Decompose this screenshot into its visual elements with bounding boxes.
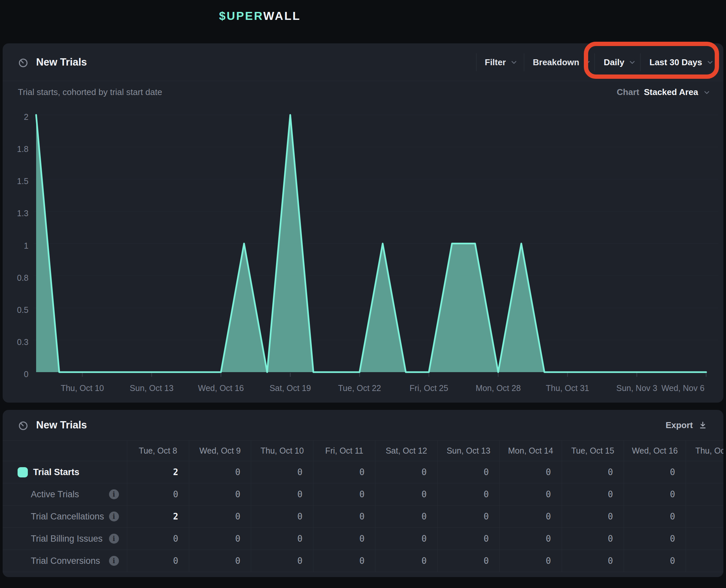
y-axis-label: 1 bbox=[3, 241, 28, 250]
y-axis-label: 0.8 bbox=[3, 273, 28, 282]
table-cell: 0 bbox=[624, 483, 686, 506]
table-column-header: Mon, Oct 14 bbox=[500, 441, 562, 461]
y-axis-label: 2 bbox=[3, 112, 28, 122]
table-header-row: Tue, Oct 8Wed, Oct 9Thu, Oct 10Fri, Oct … bbox=[3, 441, 723, 461]
table-cell: 0 bbox=[376, 528, 437, 550]
table-column-header: Tue, Oct 8 bbox=[127, 441, 189, 461]
table-column-header: Wed, Oct 9 bbox=[189, 441, 251, 461]
date-range-dropdown[interactable]: Last 30 Days bbox=[649, 43, 714, 81]
table-cell: 0 bbox=[313, 461, 375, 483]
table-cell: 0 bbox=[251, 528, 313, 550]
table-label-cell: Active Trialsi bbox=[3, 483, 127, 506]
x-axis-label: Mon, Oct 28 bbox=[462, 383, 535, 393]
table-cell: 0 bbox=[313, 506, 375, 528]
y-axis-label: 0.3 bbox=[3, 337, 28, 346]
row-label: Trial Conversions bbox=[31, 556, 100, 566]
chevron-down-icon bbox=[628, 58, 636, 66]
chevron-down-icon bbox=[583, 58, 591, 66]
table-cell: 0 bbox=[624, 528, 686, 550]
table-label-cell: Trial Conversionsi bbox=[3, 550, 127, 572]
table-cell: 0 bbox=[437, 461, 499, 483]
trial-starts-swatch bbox=[18, 467, 28, 478]
chart-type-value: Stacked Area bbox=[644, 87, 698, 97]
new-trials-table-panel: New Trials Export Tue, Oct 8Wed, Oct 9Th… bbox=[3, 410, 723, 577]
row-label: Active Trials bbox=[31, 489, 79, 500]
x-axis-label: Thu, Oct 31 bbox=[531, 383, 604, 393]
chart-type-dropdown[interactable]: Chart Stacked Area bbox=[617, 87, 711, 97]
y-axis-label: 0.5 bbox=[3, 305, 28, 315]
table-cell: 0 bbox=[376, 506, 437, 528]
table-cell: 2 bbox=[127, 461, 189, 483]
table-row: Trial Billing Issuesi000000000 bbox=[3, 528, 723, 550]
table-cell bbox=[686, 461, 723, 483]
row-label: Trial Billing Issues bbox=[31, 534, 103, 544]
table-cell: 0 bbox=[189, 550, 251, 572]
table-cell: 0 bbox=[500, 461, 562, 483]
table-cell: 0 bbox=[313, 528, 375, 550]
table-cell: 0 bbox=[500, 506, 562, 528]
info-icon[interactable]: i bbox=[109, 534, 119, 544]
stopwatch-icon bbox=[18, 57, 29, 68]
table-cell: 0 bbox=[437, 506, 499, 528]
logo-suffix: WALL bbox=[263, 9, 301, 22]
x-axis-label: Sun, Nov 3 bbox=[600, 383, 673, 393]
header-divider bbox=[640, 53, 641, 71]
y-axis-label: 1.3 bbox=[3, 209, 28, 218]
info-icon[interactable]: i bbox=[109, 556, 119, 566]
row-label: Trial Cancellations bbox=[31, 511, 104, 522]
x-axis-label: Wed, Nov 6 bbox=[646, 383, 719, 393]
table-cell: 0 bbox=[500, 528, 562, 550]
trials-data-table: Tue, Oct 8Wed, Oct 9Thu, Oct 10Fri, Oct … bbox=[3, 440, 723, 572]
table-panel-header: New Trials Export bbox=[3, 410, 723, 440]
table-label-cell: Trial Starts bbox=[3, 461, 127, 483]
table-panel-title: New Trials bbox=[36, 419, 87, 431]
info-icon[interactable]: i bbox=[109, 489, 119, 499]
table-cell: 0 bbox=[562, 506, 624, 528]
table-cell: 0 bbox=[313, 550, 375, 572]
table-cell: 2 bbox=[127, 506, 189, 528]
table-column-header: Wed, Oct 16 bbox=[624, 441, 686, 461]
date-range-label: Last 30 Days bbox=[649, 57, 702, 67]
table-cell bbox=[686, 506, 723, 528]
breakdown-dropdown[interactable]: Breakdown bbox=[533, 43, 591, 81]
table-label-cell: Trial Cancellationsi bbox=[3, 506, 127, 528]
table-column-header: Fri, Oct 11 bbox=[313, 441, 375, 461]
download-icon bbox=[698, 420, 707, 430]
breakdown-label: Breakdown bbox=[533, 57, 579, 67]
filter-dropdown[interactable]: Filter bbox=[485, 43, 518, 81]
table-cell: 0 bbox=[251, 506, 313, 528]
table-cell: 0 bbox=[251, 550, 313, 572]
export-button[interactable]: Export bbox=[666, 410, 707, 440]
y-axis-label: 0 bbox=[3, 370, 28, 379]
x-axis-label: Sat, Oct 19 bbox=[254, 383, 327, 393]
header-divider bbox=[476, 53, 477, 71]
table-cell: 0 bbox=[437, 528, 499, 550]
table-cell: 0 bbox=[376, 483, 437, 506]
table-cell bbox=[686, 483, 723, 506]
table-cell: 0 bbox=[437, 550, 499, 572]
table-row: Trial Starts200000000 bbox=[3, 461, 723, 483]
x-axis-label: Thu, Oct 10 bbox=[46, 383, 119, 393]
chevron-down-icon bbox=[703, 88, 711, 96]
info-icon[interactable]: i bbox=[109, 511, 119, 522]
stopwatch-icon bbox=[18, 419, 29, 431]
x-axis-label: Tue, Oct 22 bbox=[323, 383, 396, 393]
table-column-header: Thu, Oct 17 bbox=[686, 441, 723, 461]
chevron-down-icon bbox=[706, 58, 714, 66]
table-column-header: Thu, Oct 10 bbox=[251, 441, 313, 461]
granularity-label: Daily bbox=[604, 57, 624, 67]
granularity-dropdown[interactable]: Daily bbox=[604, 43, 636, 81]
table-cell: 0 bbox=[500, 550, 562, 572]
table-cell: 0 bbox=[376, 461, 437, 483]
table-corner-cell bbox=[3, 441, 127, 461]
chart-subtitle: Trial starts, cohorted by trial start da… bbox=[18, 87, 162, 97]
table-cell: 0 bbox=[624, 461, 686, 483]
header-divider bbox=[594, 53, 595, 71]
table-cell: 0 bbox=[127, 483, 189, 506]
chart-type-label: Chart bbox=[617, 87, 639, 97]
table-cell: 0 bbox=[127, 550, 189, 572]
top-bar: $UPERWALL bbox=[0, 0, 726, 37]
x-axis-label: Wed, Oct 16 bbox=[185, 383, 258, 393]
table-cell: 0 bbox=[251, 483, 313, 506]
superwall-logo: $UPERWALL bbox=[219, 9, 301, 22]
